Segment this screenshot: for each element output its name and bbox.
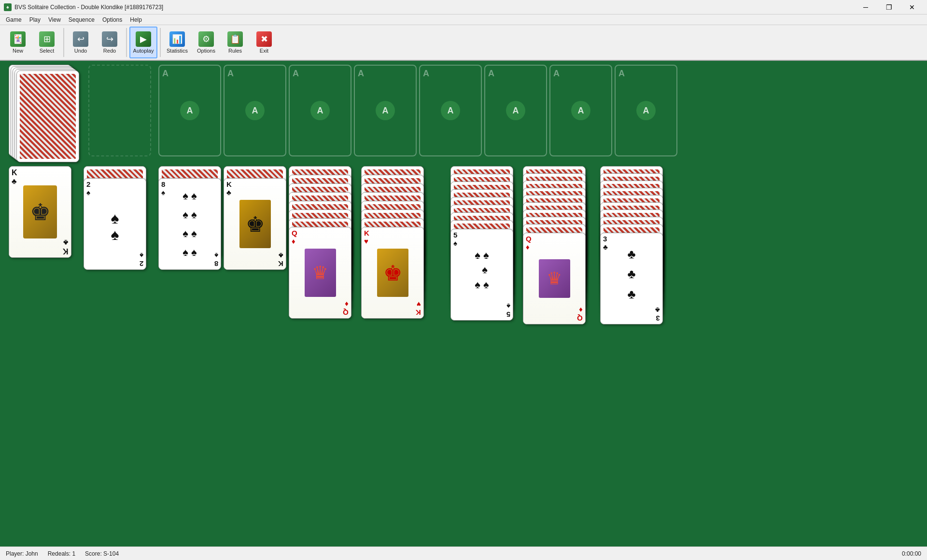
window-title: BVS Solitaire Collection - Double Klondi… <box>14 4 163 11</box>
toolbar-redo-label: Redo <box>103 48 116 54</box>
card-king-clubs[interactable]: K♣ K♣ ♚ ♚ <box>9 166 71 258</box>
deck-pile[interactable] <box>9 65 79 156</box>
toolbar: 🃏New⊞Select↩Undo↪Redo▶Autoplay📊Statistic… <box>0 25 927 61</box>
player-label: Player: John <box>6 550 38 557</box>
score-label: Score: S-104 <box>85 550 119 557</box>
foundation-1[interactable]: A A <box>158 65 221 156</box>
toolbar-exit-label: Exit <box>260 48 268 54</box>
menu-help[interactable]: Help <box>126 15 146 24</box>
toolbar-new-label: New <box>13 48 23 54</box>
undo-icon: ↩ <box>73 31 88 47</box>
toolbar-exit-button[interactable]: ✖Exit <box>250 27 278 58</box>
new-icon: 🃏 <box>10 31 26 47</box>
menubar: GamePlayViewSequenceOptionsHelp <box>0 14 927 25</box>
toolbar-separator <box>63 28 64 57</box>
toolbar-autoplay-label: Autoplay <box>133 48 154 54</box>
statusbar: Player: John Redeals: 1 Score: S-104 0:0… <box>0 546 927 560</box>
foundation-7[interactable]: A A <box>549 65 612 156</box>
foundation-5[interactable]: A A <box>419 65 482 156</box>
toolbar-undo-button[interactable]: ↩Undo <box>67 27 95 58</box>
titlebar: ♠ BVS Solitaire Collection - Double Klon… <box>0 0 927 14</box>
toolbar-statistics-label: Statistics <box>167 48 188 54</box>
menu-game[interactable]: Game <box>2 15 26 24</box>
toolbar-redo-button[interactable]: ↪Redo <box>96 27 124 58</box>
titlebar-controls[interactable]: ─ ❐ ✕ <box>855 0 923 14</box>
waste-pile <box>88 65 151 156</box>
redeals-label: Redeals: 1 <box>48 550 75 557</box>
card-8-spades[interactable]: 8♠ 8♠ ♠♠ ♠♠ ♠♠ ♠♠ <box>158 178 221 270</box>
close-button[interactable]: ✕ <box>901 0 923 14</box>
restore-button[interactable]: ❐ <box>878 0 900 14</box>
foundation-8[interactable]: A A <box>615 65 677 156</box>
toolbar-rules-button[interactable]: 📋Rules <box>221 27 249 58</box>
toolbar-select-label: Select <box>40 48 55 54</box>
toolbar-select-button[interactable]: ⊞Select <box>33 27 61 58</box>
options-icon: ⚙ <box>198 31 214 47</box>
toolbar-separator <box>160 28 161 57</box>
app-icon: ♠ <box>4 3 12 11</box>
game-area[interactable]: A A A A A A A A A A A A A A A A K♣ K♣ ♚ <box>0 61 927 546</box>
foundation-2[interactable]: A A <box>224 65 286 156</box>
card-k-clubs-2[interactable]: K♣ K♣ ♚ <box>224 178 286 270</box>
card-3-clubs[interactable]: 3♣ 3♣ ♣♣♣ <box>600 233 663 324</box>
menu-play[interactable]: Play <box>26 15 44 24</box>
toolbar-rules-label: Rules <box>228 48 242 54</box>
menu-options[interactable]: Options <box>98 15 126 24</box>
toolbar-options-button[interactable]: ⚙Options <box>192 27 220 58</box>
toolbar-undo-label: Undo <box>74 48 87 54</box>
toolbar-new-button[interactable]: 🃏New <box>4 27 32 58</box>
foundation-6[interactable]: A A <box>484 65 547 156</box>
toolbar-autoplay-button[interactable]: ▶Autoplay <box>129 27 157 58</box>
card-2-spades[interactable]: 2♠ 2♠ ♠ ♠ <box>84 178 146 270</box>
card-q-diamonds-2[interactable]: Q♦ Q♦ ♛ <box>523 233 586 324</box>
select-icon: ⊞ <box>39 31 55 47</box>
autoplay-icon: ▶ <box>136 31 151 47</box>
menu-sequence[interactable]: Sequence <box>65 15 98 24</box>
deck-card-5[interactable] <box>16 70 79 162</box>
toolbar-options-label: Options <box>197 48 215 54</box>
card-k-hearts[interactable]: K♥ K♥ ♚ <box>361 227 424 319</box>
rules-icon: 📋 <box>227 31 243 47</box>
foundation-3[interactable]: A A <box>289 65 351 156</box>
toolbar-separator <box>126 28 127 57</box>
card-5-spades[interactable]: 5♠ 5♠ ♠ ♠ ♠♠ ♠ <box>450 229 513 321</box>
toolbar-statistics-button[interactable]: 📊Statistics <box>163 27 191 58</box>
card-q-diamonds[interactable]: Q♦ Q♦ ♛ <box>289 227 351 319</box>
exit-icon: ✖ <box>256 31 272 47</box>
menu-view[interactable]: View <box>44 15 65 24</box>
time-label: 0:00:00 <box>902 550 921 557</box>
redo-icon: ↪ <box>102 31 117 47</box>
minimize-button[interactable]: ─ <box>855 0 877 14</box>
titlebar-left: ♠ BVS Solitaire Collection - Double Klon… <box>4 3 163 11</box>
foundation-4[interactable]: A A <box>354 65 417 156</box>
statistics-icon: 📊 <box>169 31 185 47</box>
